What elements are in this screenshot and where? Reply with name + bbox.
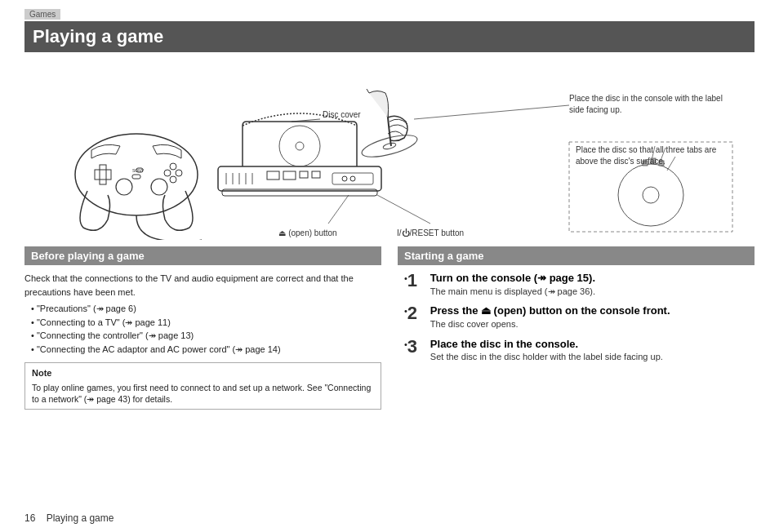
- header-section: Games Playing a game: [0, 0, 779, 52]
- step-desc: Set the disc in the disc holder with the…: [430, 351, 755, 363]
- svg-line-39: [328, 195, 349, 224]
- svg-point-3: [170, 163, 176, 170]
- controller-illustration: SONY: [75, 134, 202, 240]
- starting-section-body: 1Turn on the console (↠ page 15).The mai…: [398, 272, 755, 364]
- step-desc: The disc cover opens.: [430, 318, 755, 330]
- list-item: "Connecting the controller" (↠ page 13): [31, 329, 381, 343]
- page-footer: 16 Playing a game: [24, 512, 114, 524]
- before-links-list: "Precautions" (↠ page 6)"Connecting to a…: [24, 302, 381, 356]
- svg-rect-10: [132, 175, 140, 179]
- step-number: 2: [407, 304, 425, 322]
- step-item: 1Turn on the console (↠ page 15).The mai…: [404, 272, 755, 298]
- step-content: Press the ⏏ (open) button on the console…: [430, 304, 755, 330]
- main-content: SONY: [0, 60, 779, 410]
- svg-rect-27: [222, 189, 377, 196]
- svg-point-34: [618, 164, 683, 226]
- svg-point-13: [279, 126, 320, 166]
- svg-line-30: [367, 89, 369, 93]
- svg-line-40: [377, 195, 430, 224]
- disc-note-box: Place the disc so that all three tabs ar…: [576, 144, 727, 167]
- svg-rect-1: [100, 165, 106, 184]
- before-section: Before playing a game Check that the con…: [24, 246, 381, 410]
- svg-point-35: [643, 187, 659, 203]
- before-section-body: Check that the connections to the TV and…: [24, 272, 381, 410]
- svg-text:SONY: SONY: [132, 168, 145, 173]
- step-title: Press the ⏏ (open) button on the console…: [430, 304, 755, 318]
- list-item: "Precautions" (↠ page 6): [31, 302, 381, 316]
- step-content: Turn on the console (↠ page 15).The main…: [430, 272, 755, 298]
- svg-rect-12: [218, 166, 381, 191]
- svg-point-14: [296, 142, 304, 150]
- before-intro: Check that the connections to the TV and…: [24, 272, 381, 299]
- open-button-label-text: ⏏ (open) button: [278, 228, 336, 237]
- svg-rect-2: [95, 170, 111, 180]
- svg-point-4: [164, 170, 171, 176]
- page-title: Playing a game: [33, 26, 746, 47]
- step-content: Place the disc in the console.Set the di…: [430, 338, 755, 364]
- step-number: 1: [407, 272, 425, 290]
- svg-rect-25: [300, 171, 308, 178]
- step-item: 3Place the disc in the console.Set the d…: [404, 338, 755, 364]
- step-item: 2Press the ⏏ (open) button on the consol…: [404, 304, 755, 330]
- list-item: "Connecting the AC adaptor and AC power …: [31, 343, 381, 357]
- hand-illustration: [360, 89, 420, 162]
- svg-rect-23: [267, 171, 279, 180]
- bottom-section: Before playing a game Check that the con…: [24, 246, 755, 410]
- footer-label: Playing a game: [47, 512, 114, 524]
- category-label: Games: [24, 9, 60, 20]
- illustration-svg: SONY: [24, 60, 755, 240]
- note-box: Note To play online games, you first nee…: [24, 362, 381, 410]
- step-title: Place the disc in the console.: [430, 338, 755, 352]
- step-title: Turn on the console (↠ page 15).: [430, 272, 755, 286]
- page-number: 16: [24, 512, 35, 524]
- disc-note-top: Place the disc in the console with the l…: [569, 93, 732, 116]
- step-desc: The main menu is displayed (↠ page 36).: [430, 286, 755, 298]
- svg-point-21: [350, 176, 355, 181]
- starting-section-header: Starting a game: [398, 246, 755, 265]
- note-text: To play online games, you first need to …: [32, 382, 374, 406]
- svg-point-20: [342, 176, 347, 181]
- disc-cover-label-text: Disc cover: [323, 110, 361, 119]
- svg-rect-26: [312, 171, 320, 178]
- svg-point-7: [116, 179, 132, 195]
- svg-line-32: [414, 105, 569, 119]
- svg-rect-24: [283, 171, 296, 180]
- note-label: Note: [32, 366, 374, 380]
- page-wrapper: Games Playing a game: [0, 0, 779, 532]
- svg-point-6: [170, 176, 176, 183]
- step-number: 3: [407, 338, 425, 356]
- starting-section: Starting a game 1Turn on the console (↠ …: [398, 246, 755, 410]
- console-illustration: [218, 113, 381, 196]
- before-section-header: Before playing a game: [24, 246, 381, 265]
- list-item: "Connecting to a TV" (↠ page 11): [31, 316, 381, 330]
- reset-button-label-text: I/⏻/RESET button: [397, 228, 464, 237]
- steps-list: 1Turn on the console (↠ page 15).The mai…: [398, 272, 755, 364]
- svg-rect-22: [332, 173, 373, 184]
- svg-point-29: [382, 142, 396, 150]
- illustration-area: SONY: [24, 60, 755, 240]
- page-title-bar: Playing a game: [24, 21, 755, 52]
- svg-point-8: [151, 179, 167, 195]
- svg-point-5: [176, 170, 182, 176]
